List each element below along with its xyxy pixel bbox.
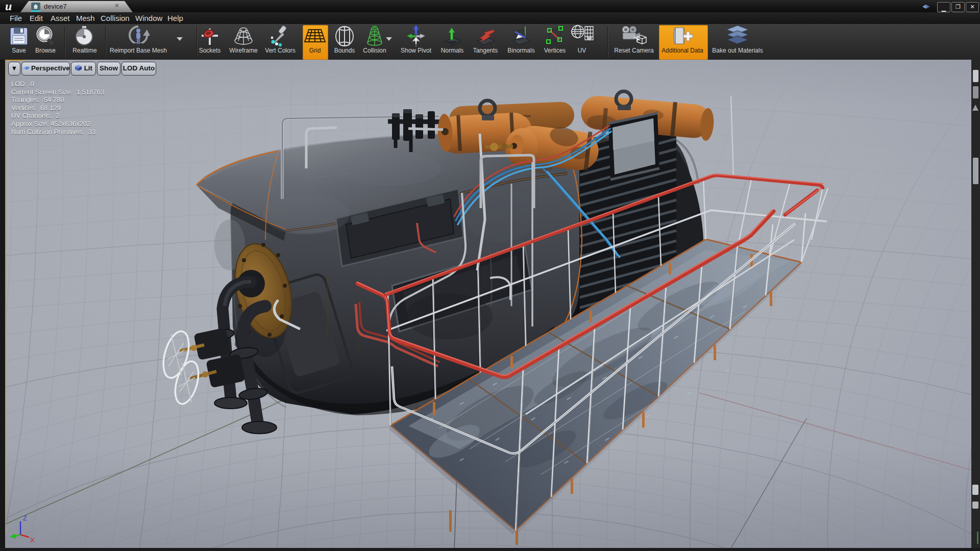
- svg-text:Z: Z: [23, 514, 27, 522]
- svg-text:X: X: [30, 536, 35, 544]
- svg-text:u: u: [5, 1, 12, 12]
